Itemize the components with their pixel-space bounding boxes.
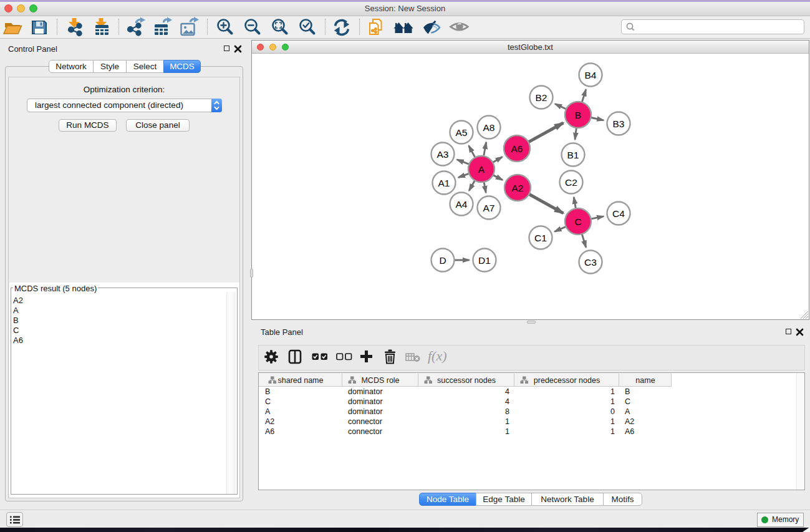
svg-text:A: A xyxy=(478,164,485,175)
svg-text:B4: B4 xyxy=(585,70,597,80)
svg-text:A5: A5 xyxy=(456,127,468,138)
svg-text:C2: C2 xyxy=(565,177,577,188)
svg-text:A4: A4 xyxy=(456,199,468,210)
svg-text:A7: A7 xyxy=(483,203,495,213)
svg-text:D: D xyxy=(439,255,446,266)
svg-text:A1: A1 xyxy=(438,178,450,188)
svg-text:B: B xyxy=(575,110,581,120)
svg-text:C: C xyxy=(574,216,581,227)
svg-text:C3: C3 xyxy=(584,257,597,268)
svg-text:A2: A2 xyxy=(512,183,524,193)
svg-text:C1: C1 xyxy=(534,233,547,243)
svg-text:A6: A6 xyxy=(511,143,523,154)
svg-text:B2: B2 xyxy=(536,92,547,103)
svg-text:A3: A3 xyxy=(437,149,449,160)
svg-text:B1: B1 xyxy=(567,150,579,160)
svg-text:C4: C4 xyxy=(612,208,625,219)
svg-text:A8: A8 xyxy=(483,122,495,133)
svg-text:D1: D1 xyxy=(478,255,491,266)
svg-text:B3: B3 xyxy=(613,118,625,129)
